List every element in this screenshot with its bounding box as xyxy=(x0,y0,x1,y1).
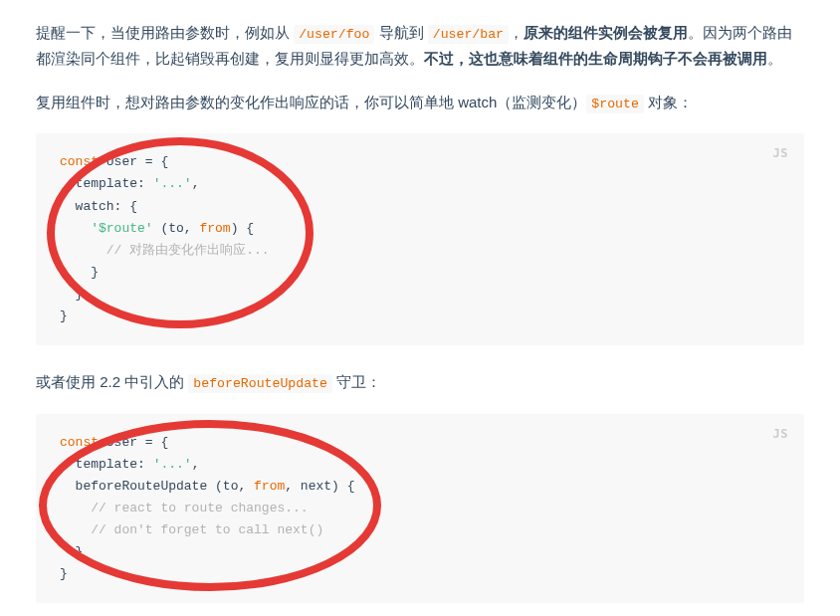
tok: ) { xyxy=(231,221,254,236)
text: 对象： xyxy=(644,94,693,110)
code-block-before-route-update: JS const User = { template: '...', befor… xyxy=(36,414,804,604)
tok: } xyxy=(60,265,99,280)
code-content: const User = { template: '...', beforeRo… xyxy=(60,432,780,586)
tok: template: xyxy=(60,457,153,472)
inline-code-before-route-update: beforeRouteUpdate xyxy=(188,374,332,393)
tok-keyword: from xyxy=(199,221,230,236)
tok-keyword: from xyxy=(254,479,285,494)
language-badge: JS xyxy=(773,143,788,163)
document-page: 提醒一下，当使用路由参数时，例如从 /user/foo 导航到 /user/ba… xyxy=(0,0,840,616)
text: 复用组件时，想对路由参数的变化作出响应的话，你可以简单地 watch（监测变化） xyxy=(36,94,586,110)
tok: , xyxy=(192,457,200,472)
tok: watch: { xyxy=(60,199,137,214)
inline-code-route-object: $route xyxy=(586,95,643,113)
tok: template: xyxy=(60,176,153,191)
tok-string: '...' xyxy=(153,176,192,191)
tok xyxy=(60,221,91,236)
paragraph-watch-route: 复用组件时，想对路由参数的变化作出响应的话，你可以简单地 watch（监测变化）… xyxy=(36,90,804,115)
code-block-watch-route: JS const User = { template: '...', watch… xyxy=(36,133,804,345)
inline-code-user-bar: /user/bar xyxy=(428,25,509,44)
tok: } xyxy=(60,287,83,302)
text: 提醒一下，当使用路由参数时，例如从 xyxy=(36,24,294,41)
tok: } xyxy=(60,566,68,581)
emphasis-lifecycle-not-called: 不过，这也意味着组件的生命周期钩子不会再被调用 xyxy=(424,50,767,67)
text: 或者使用 2.2 中引入的 xyxy=(36,373,188,390)
inline-code-user-foo: /user/foo xyxy=(294,25,374,44)
tok: } xyxy=(60,308,68,323)
tok-string: '...' xyxy=(153,457,192,472)
tok: , xyxy=(192,176,200,191)
tok: } xyxy=(60,544,83,559)
code-content: const User = { template: '...', watch: {… xyxy=(60,151,780,327)
tok-keyword: const xyxy=(60,154,99,169)
tok-comment: // don't forget to call next() xyxy=(60,522,323,537)
tok: User = { xyxy=(99,435,168,450)
text: 守卫： xyxy=(332,373,381,390)
tok: (to, xyxy=(153,221,200,236)
tok: User = { xyxy=(99,154,168,169)
paragraph-reuse-warning: 提醒一下，当使用路由参数时，例如从 /user/foo 导航到 /user/ba… xyxy=(36,20,804,72)
tok: , next) { xyxy=(285,479,354,494)
text: ， xyxy=(509,24,524,41)
text: 。 xyxy=(767,50,782,67)
language-badge: JS xyxy=(773,424,788,444)
emphasis-component-reused: 原来的组件实例会被复用 xyxy=(524,24,688,41)
tok-comment: // 对路由变化作出响应... xyxy=(60,243,270,258)
text: 导航到 xyxy=(374,24,427,41)
paragraph-before-route-update: 或者使用 2.2 中引入的 beforeRouteUpdate 守卫： xyxy=(36,369,804,395)
tok: beforeRouteUpdate (to, xyxy=(60,479,254,494)
tok-string: '$route' xyxy=(91,221,152,236)
tok-comment: // react to route changes... xyxy=(60,501,309,515)
tok-keyword: const xyxy=(60,435,99,450)
